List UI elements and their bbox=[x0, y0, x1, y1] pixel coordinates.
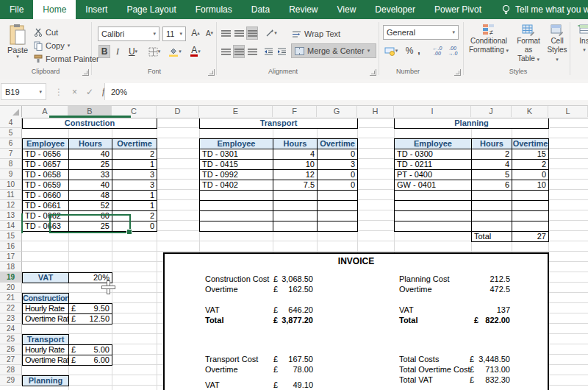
font-size-select[interactable]: 11 ▾ bbox=[162, 26, 186, 41]
wrap-text-button[interactable]: Wrap Text bbox=[292, 28, 340, 40]
transport-title-cell[interactable]: Transport bbox=[199, 118, 359, 129]
table-row[interactable]: TD - 0992120 bbox=[200, 170, 358, 180]
accounting-format-button[interactable]: ▾ bbox=[381, 44, 401, 57]
increase-indent-button[interactable] bbox=[276, 45, 287, 58]
comma-style-button[interactable]: , bbox=[415, 44, 423, 57]
table-row[interactable]: Hourly Rate £9.50 bbox=[23, 304, 112, 314]
transport-rates-table[interactable]: Hourly Rate £5.00 Overtime Rate £6.00 bbox=[22, 344, 112, 366]
align-center-button[interactable] bbox=[233, 45, 245, 58]
cancel-icon[interactable]: × bbox=[72, 87, 77, 97]
row-header[interactable]: 13 bbox=[0, 210, 22, 221]
column-header-f[interactable]: F bbox=[273, 105, 317, 117]
select-all-corner[interactable] bbox=[0, 105, 22, 117]
table-empty-row[interactable] bbox=[395, 221, 549, 232]
bold-button[interactable]: B bbox=[98, 45, 110, 58]
cut-button[interactable]: Cut bbox=[34, 26, 58, 38]
column-header-i[interactable]: I bbox=[394, 105, 471, 117]
table-row[interactable]: TD - 0656402 bbox=[23, 149, 157, 160]
row-header[interactable]: 6 bbox=[0, 138, 22, 149]
construction-rates-title[interactable]: Construction bbox=[22, 293, 69, 304]
name-box[interactable]: B19 ▾ bbox=[1, 83, 46, 100]
font-dialog-launcher[interactable] bbox=[208, 69, 215, 76]
tab-formulas[interactable]: Formulas bbox=[186, 0, 242, 19]
table-row[interactable]: TD - 021142 bbox=[395, 160, 549, 170]
table-empty-row[interactable] bbox=[395, 191, 549, 201]
planning-title-cell[interactable]: Planning bbox=[394, 118, 550, 129]
font-name-select[interactable]: Calibri ▾ bbox=[98, 26, 159, 41]
table-empty-row[interactable] bbox=[200, 211, 358, 221]
align-left-button[interactable] bbox=[220, 45, 232, 58]
table-empty-row[interactable] bbox=[200, 191, 358, 201]
table-empty-row[interactable] bbox=[200, 201, 358, 211]
clipboard-dialog-launcher[interactable] bbox=[82, 69, 89, 76]
top-align-button[interactable] bbox=[220, 26, 232, 40]
row-header[interactable]: 22 bbox=[0, 303, 22, 313]
decrease-decimal-button[interactable]: .00→.0 bbox=[445, 44, 460, 57]
increase-decimal-button[interactable]: ←.0.00 bbox=[430, 44, 445, 57]
align-right-button[interactable] bbox=[246, 45, 258, 58]
drag-selection-rectangle[interactable] bbox=[49, 214, 131, 233]
borders-button[interactable]: ▾ bbox=[146, 45, 163, 58]
row-header[interactable]: 29 bbox=[0, 375, 22, 386]
row-header[interactable]: 11 bbox=[0, 190, 22, 200]
copy-button[interactable]: Copy ▾ bbox=[34, 40, 70, 52]
cell-styles-button[interactable]: Cell Styles ▾ bbox=[545, 24, 569, 64]
row-header[interactable]: 16 bbox=[0, 241, 22, 252]
tab-data[interactable]: Data bbox=[242, 0, 279, 19]
tab-page-layout[interactable]: Page Layout bbox=[117, 0, 185, 19]
row-header[interactable]: 21 bbox=[0, 293, 22, 303]
tab-view[interactable]: View bbox=[328, 0, 366, 19]
table-row[interactable]: TD - 0657251 bbox=[23, 160, 157, 170]
tell-me-box[interactable]: Tell me what you want to do bbox=[501, 0, 588, 19]
column-header-e[interactable]: E bbox=[199, 105, 273, 117]
table-empty-row[interactable] bbox=[395, 201, 549, 211]
table-row[interactable]: Overtime Rate £12.50 bbox=[23, 314, 112, 325]
column-header-g[interactable]: G bbox=[317, 105, 357, 117]
table-row[interactable]: Overtime Rate £6.00 bbox=[23, 355, 112, 366]
bottom-align-button[interactable] bbox=[246, 26, 258, 40]
row-header[interactable]: 14 bbox=[0, 221, 22, 231]
row-header[interactable]: 25 bbox=[0, 334, 22, 344]
column-header-j[interactable]: J bbox=[471, 105, 512, 117]
table-row[interactable]: GW - 0401610 bbox=[395, 180, 549, 191]
construction-rates-table[interactable]: Hourly Rate £9.50 Overtime Rate £12.50 bbox=[22, 303, 112, 325]
row-header[interactable]: 12 bbox=[0, 200, 22, 210]
planning-table[interactable]: Employee Hours Overtime TD - 0300215 TD … bbox=[394, 138, 549, 232]
table-row[interactable]: TD - 0415103 bbox=[200, 160, 358, 170]
increase-font-size-button[interactable]: A▴ bbox=[189, 26, 202, 40]
row-header[interactable]: 15 bbox=[0, 231, 22, 241]
row-header[interactable]: 27 bbox=[0, 355, 22, 365]
italic-button[interactable]: I bbox=[112, 45, 123, 58]
row-header[interactable]: 20 bbox=[0, 283, 22, 293]
decrease-font-size-button[interactable]: A▾ bbox=[203, 26, 216, 40]
percent-style-button[interactable]: % bbox=[404, 44, 415, 57]
tab-insert[interactable]: Insert bbox=[76, 0, 117, 19]
tab-developer[interactable]: Developer bbox=[365, 0, 425, 19]
table-row[interactable]: TD - 04027.50 bbox=[200, 180, 358, 191]
tab-file[interactable]: File bbox=[0, 0, 33, 19]
planning-total-row[interactable]: Total 27 bbox=[471, 231, 549, 242]
fill-color-button[interactable]: ▾ bbox=[166, 45, 184, 58]
number-dialog-launcher[interactable] bbox=[454, 69, 461, 76]
planning-rates-title[interactable]: Planning bbox=[22, 375, 69, 386]
row-header[interactable]: 24 bbox=[0, 324, 22, 334]
table-row[interactable]: PT - 040050 bbox=[395, 170, 549, 180]
row-header[interactable]: 17 bbox=[0, 252, 22, 262]
row-header[interactable]: 23 bbox=[0, 313, 22, 324]
orientation-button[interactable]: ▾ bbox=[262, 26, 280, 40]
insert-cells-button[interactable]: Ins ▾ bbox=[573, 24, 588, 54]
row-header[interactable]: 7 bbox=[0, 149, 22, 159]
format-as-table-button[interactable]: Format as Table ▾ bbox=[512, 24, 545, 64]
table-row[interactable]: TD - 0660481 bbox=[23, 191, 157, 201]
transport-table[interactable]: Employee Hours Overtime TD - 030140 TD -… bbox=[199, 138, 358, 232]
row-header[interactable]: 9 bbox=[0, 169, 22, 180]
table-row[interactable]: Hourly Rate £5.00 bbox=[23, 345, 112, 355]
decrease-indent-button[interactable] bbox=[262, 45, 274, 58]
row-header[interactable]: 5 bbox=[0, 128, 22, 138]
underline-button[interactable]: U▾ bbox=[125, 45, 141, 58]
table-row[interactable]: TD - 0300215 bbox=[395, 149, 549, 160]
row-header[interactable]: 8 bbox=[0, 159, 22, 169]
format-painter-button[interactable]: Format Painter bbox=[34, 53, 99, 65]
table-row[interactable]: TD - 0659403 bbox=[23, 180, 157, 191]
font-color-button[interactable]: A▾ bbox=[187, 45, 204, 58]
